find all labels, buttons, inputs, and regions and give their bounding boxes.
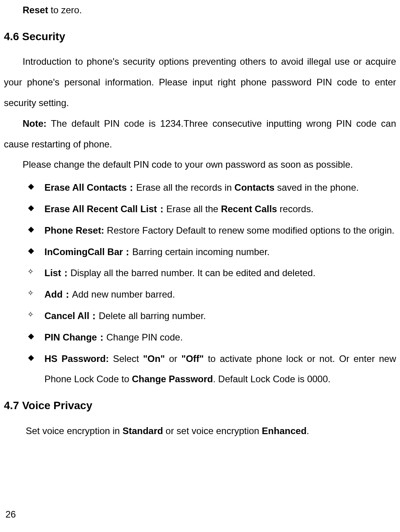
hs-password-label: HS Password: xyxy=(44,353,109,364)
section-4-6-heading: 4.6 Security xyxy=(4,25,396,49)
reset-line: Reset to zero. xyxy=(4,0,396,21)
phone-reset-text: Restore Factory Default to renew some mo… xyxy=(104,225,394,236)
diamond-outline-icon: ✧ xyxy=(27,306,34,323)
list-item: ✧ Add：Add new number barred. xyxy=(28,284,396,305)
list-item: ◆ Phone Reset: Restore Factory Default t… xyxy=(28,220,396,241)
erase-contacts-text1: Erase all the records in xyxy=(136,182,234,193)
erase-recent-text2: records. xyxy=(277,204,313,214)
security-note: Note: The default PIN code is 1234.Three… xyxy=(4,113,396,155)
cancel-all-text: Delete all barring number. xyxy=(99,310,206,321)
section-4-7-heading: 4.7 Voice Privacy xyxy=(4,394,396,418)
add-label: Add： xyxy=(44,289,72,300)
erase-recent-text1: Erase all the xyxy=(166,204,221,214)
note-label: Note: xyxy=(23,118,46,129)
voice-privacy-text: Set voice encryption in Standard or set … xyxy=(4,421,396,442)
voice-text1: Set voice encryption in xyxy=(26,426,122,436)
list-label: List： xyxy=(44,268,71,278)
diamond-filled-icon: ◆ xyxy=(28,349,34,366)
list-text: Display all the barred number. It can be… xyxy=(71,268,315,278)
hs-password-change: Change Password xyxy=(132,374,213,384)
hs-password-text4: . Default Lock Code is 0000. xyxy=(213,374,331,384)
pin-change-label: PIN Change： xyxy=(44,332,106,342)
security-bullet-list: ◆ Erase All Contacts：Erase all the recor… xyxy=(4,177,396,390)
diamond-filled-icon: ◆ xyxy=(28,177,34,195)
phone-reset-label: Phone Reset: xyxy=(44,225,104,236)
diamond-filled-icon: ◆ xyxy=(28,220,34,238)
diamond-filled-icon: ◆ xyxy=(28,199,34,216)
list-item: ◆ PIN Change：Change PIN code. xyxy=(28,327,396,348)
list-item: ◆ Erase All Contacts：Erase all the recor… xyxy=(28,177,396,198)
reset-bold: Reset xyxy=(23,5,48,15)
note-text: The default PIN code is 1234.Three conse… xyxy=(4,118,396,149)
voice-text3: . xyxy=(306,426,309,436)
hs-password-on: "On" xyxy=(143,353,165,364)
erase-recent-bold2: Recent Calls xyxy=(221,204,277,214)
hs-password-text1: Select xyxy=(109,353,143,364)
add-text: Add new number barred. xyxy=(72,289,175,300)
list-item: ◆ HS Password: Select "On" or "Off" to a… xyxy=(28,349,396,390)
reset-rest: to zero. xyxy=(48,5,82,15)
incoming-bar-text: Barring certain incoming number. xyxy=(132,246,269,257)
voice-enhanced: Enhanced xyxy=(262,426,307,436)
voice-standard: Standard xyxy=(122,426,163,436)
list-item: ✧ Cancel All：Delete all barring number. xyxy=(28,306,396,326)
security-intro: Introduction to phone's security options… xyxy=(4,51,396,113)
voice-text2: or set voice encryption xyxy=(163,426,262,436)
hs-password-text2: or xyxy=(165,353,181,364)
diamond-filled-icon: ◆ xyxy=(28,327,34,344)
list-item: ◆ Erase All Recent Call List：Erase all t… xyxy=(28,199,396,220)
erase-contacts-bold2: Contacts xyxy=(234,182,274,193)
hs-password-off: "Off" xyxy=(181,353,204,364)
please-change-text: Please change the default PIN code to yo… xyxy=(4,154,396,175)
diamond-outline-icon: ✧ xyxy=(27,263,34,280)
page-number: 26 xyxy=(5,504,16,525)
pin-change-text: Change PIN code. xyxy=(106,332,183,342)
incoming-bar-label: InComingCall Bar： xyxy=(44,246,132,257)
diamond-filled-icon: ◆ xyxy=(28,242,34,259)
cancel-all-label: Cancel All： xyxy=(44,310,99,321)
diamond-outline-icon: ✧ xyxy=(27,284,34,301)
list-item: ✧ List：Display all the barred number. It… xyxy=(28,263,396,284)
list-item: ◆ InComingCall Bar：Barring certain incom… xyxy=(28,242,396,262)
erase-contacts-label: Erase All Contacts： xyxy=(44,182,136,193)
erase-recent-label: Erase All Recent Call List： xyxy=(44,204,166,214)
erase-contacts-text2: saved in the phone. xyxy=(274,182,359,193)
